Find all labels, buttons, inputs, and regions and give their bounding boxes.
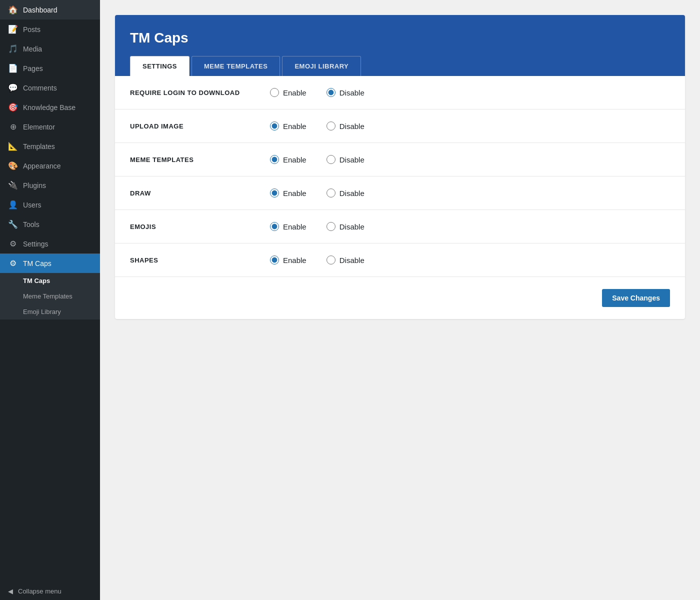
submenu-item-emoji-library[interactable]: Emoji Library (0, 304, 100, 320)
sidebar-submenu: TM CapsMeme TemplatesEmoji Library (0, 273, 100, 320)
radio-meme-templates-disable[interactable]: Disable (326, 155, 364, 164)
tmcaps-icon: ⚙ (8, 258, 18, 268)
sidebar-label-appearance: Appearance (23, 162, 61, 170)
sidebar-label-pages: Pages (23, 64, 43, 72)
tab-meme-templates[interactable]: MEME TEMPLATES (192, 56, 280, 76)
sidebar-item-plugins[interactable]: 🔌 Plugins (0, 176, 100, 195)
settings-rows: REQUIRE LOGIN TO DOWNLOADEnableDisableUP… (115, 76, 685, 277)
radio-draw-disable[interactable]: Disable (326, 188, 364, 198)
radio-upload-image-enable[interactable]: Enable (270, 122, 306, 130)
elementor-icon: ⊕ (8, 122, 18, 132)
sidebar-label-elementor: Elementor (23, 123, 55, 131)
sidebar-item-knowledge-base[interactable]: 🎯 Knowledge Base (0, 98, 100, 117)
sidebar: 🏠 Dashboard 📝 Posts 🎵 Media 📄 Pages 💬 Co… (0, 0, 100, 600)
sidebar-label-tmcaps: TM Caps (23, 260, 52, 268)
sidebar-label-knowledge-base: Knowledge Base (23, 104, 76, 112)
users-icon: 👤 (8, 200, 18, 210)
setting-label-upload-image: UPLOAD IMAGE (130, 122, 270, 130)
radio-group-emojis: EnableDisable (270, 222, 364, 231)
radio-require-login-disable[interactable]: Disable (326, 88, 364, 97)
save-changes-button[interactable]: Save Changes (602, 289, 670, 307)
collapse-label: Collapse menu (18, 588, 62, 595)
sidebar-label-tools: Tools (23, 220, 40, 228)
pages-icon: 📄 (8, 64, 18, 73)
radio-meme-templates-enable[interactable]: Enable (270, 155, 306, 164)
sidebar-label-comments: Comments (23, 84, 57, 92)
settings-body: REQUIRE LOGIN TO DOWNLOADEnableDisableUP… (115, 76, 685, 319)
radio-group-meme-templates: EnableDisable (270, 155, 364, 164)
sidebar-item-templates[interactable]: 📐 Templates (0, 136, 100, 156)
templates-icon: 📐 (8, 142, 18, 151)
sidebar-item-dashboard[interactable]: 🏠 Dashboard (0, 0, 100, 20)
setting-row-meme-templates: MEME TEMPLATESEnableDisable (115, 143, 685, 176)
knowledge-base-icon: 🎯 (8, 102, 18, 112)
setting-row-upload-image: UPLOAD IMAGEEnableDisable (115, 110, 685, 143)
sidebar-label-plugins: Plugins (23, 182, 46, 190)
radio-emojis-enable[interactable]: Enable (270, 222, 306, 231)
plugins-icon: 🔌 (8, 180, 18, 190)
setting-label-shapes: SHAPES (130, 256, 270, 264)
sidebar-item-comments[interactable]: 💬 Comments (0, 78, 100, 98)
appearance-icon: 🎨 (8, 161, 18, 170)
tab-settings[interactable]: SETTINGS (130, 56, 190, 76)
sidebar-item-appearance[interactable]: 🎨 Appearance (0, 156, 100, 176)
tabs-bar: SETTINGSMEME TEMPLATESEMOJI LIBRARY (130, 56, 670, 76)
radio-group-shapes: EnableDisable (270, 256, 364, 264)
setting-label-draw: DRAW (130, 190, 270, 197)
setting-row-shapes: SHAPESEnableDisable (115, 244, 685, 277)
sidebar-item-elementor[interactable]: ⊕ Elementor (0, 117, 100, 136)
sidebar-label-templates: Templates (23, 142, 55, 150)
sidebar-label-media: Media (23, 45, 42, 53)
sidebar-item-pages[interactable]: 📄 Pages (0, 58, 100, 78)
sidebar-item-media[interactable]: 🎵 Media (0, 39, 100, 58)
sidebar-item-posts[interactable]: 📝 Posts (0, 20, 100, 39)
posts-icon: 📝 (8, 24, 18, 34)
tools-icon: 🔧 (8, 220, 18, 229)
setting-label-meme-templates: MEME TEMPLATES (130, 156, 270, 164)
radio-shapes-disable[interactable]: Disable (326, 256, 364, 264)
settings-icon: ⚙ (8, 239, 18, 248)
radio-emojis-disable[interactable]: Disable (326, 222, 364, 231)
sidebar-label-settings: Settings (23, 240, 48, 248)
sidebar-label-dashboard: Dashboard (23, 6, 58, 14)
radio-group-require-login: EnableDisable (270, 88, 364, 97)
sidebar-label-users: Users (23, 201, 42, 209)
sidebar-item-users[interactable]: 👤 Users (0, 195, 100, 214)
collapse-menu-button[interactable]: ◀ Collapse menu (0, 582, 100, 600)
radio-group-upload-image: EnableDisable (270, 122, 364, 130)
radio-shapes-enable[interactable]: Enable (270, 256, 306, 264)
collapse-icon: ◀ (8, 588, 13, 595)
dashboard-icon: 🏠 (8, 5, 18, 14)
sidebar-item-tools[interactable]: 🔧 Tools (0, 214, 100, 234)
tab-emoji-library[interactable]: EMOJI LIBRARY (282, 56, 361, 76)
radio-upload-image-disable[interactable]: Disable (326, 122, 364, 130)
radio-require-login-enable[interactable]: Enable (270, 88, 306, 97)
setting-row-require-login: REQUIRE LOGIN TO DOWNLOADEnableDisable (115, 76, 685, 110)
submenu-item-tmcaps-main[interactable]: TM Caps (0, 273, 100, 288)
sidebar-item-settings[interactable]: ⚙ Settings (0, 234, 100, 254)
submenu-item-meme-templates[interactable]: Meme Templates (0, 288, 100, 304)
main-content: TM Caps SETTINGSMEME TEMPLATESEMOJI LIBR… (100, 0, 700, 600)
setting-row-draw: DRAWEnableDisable (115, 176, 685, 210)
sidebar-item-tmcaps[interactable]: ⚙ TM Caps (0, 254, 100, 273)
save-row: Save Changes (115, 277, 685, 319)
radio-group-draw: EnableDisable (270, 188, 364, 198)
setting-row-emojis: EMOJISEnableDisable (115, 210, 685, 244)
plugin-title: TM Caps (130, 30, 670, 46)
sidebar-nav: 🏠 Dashboard 📝 Posts 🎵 Media 📄 Pages 💬 Co… (0, 0, 100, 320)
setting-label-require-login: REQUIRE LOGIN TO DOWNLOAD (130, 89, 270, 96)
plugin-container: TM Caps SETTINGSMEME TEMPLATESEMOJI LIBR… (115, 15, 685, 319)
media-icon: 🎵 (8, 44, 18, 54)
sidebar-label-posts: Posts (23, 26, 40, 34)
comments-icon: 💬 (8, 83, 18, 92)
radio-draw-enable[interactable]: Enable (270, 188, 306, 198)
setting-label-emojis: EMOJIS (130, 223, 270, 230)
plugin-header: TM Caps SETTINGSMEME TEMPLATESEMOJI LIBR… (115, 15, 685, 76)
